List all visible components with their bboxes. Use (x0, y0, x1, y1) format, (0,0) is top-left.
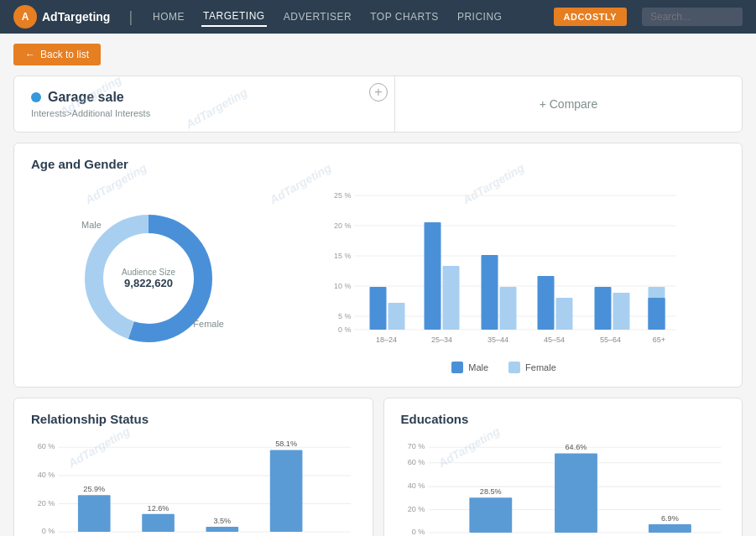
interest-breadcrumb: Interests>Additional Interests (31, 108, 378, 118)
svg-rect-15 (388, 303, 405, 330)
legend-male-box (451, 362, 463, 373)
compare-label: + Compare (540, 97, 598, 111)
interest-card: AdTargeting AdTargeting + Garage sale In… (13, 75, 743, 133)
svg-text:25.9%: 25.9% (83, 485, 105, 493)
nav-home[interactable]: HOME (151, 8, 186, 26)
legend-female: Female (508, 362, 556, 373)
svg-rect-26 (595, 287, 612, 330)
legend-male-label: Male (468, 362, 488, 372)
add-compare-icon[interactable]: + (369, 83, 388, 101)
age-bar-chart: 25 % 20 % 15 % 10 % 5 % 0 % (283, 183, 725, 373)
age-gender-card: Age and Gender AdTargeting AdTargeting A… (13, 143, 743, 388)
back-button[interactable]: ← Back to list (13, 44, 101, 65)
legend-female-label: Female (525, 362, 556, 372)
logo-icon: A (13, 5, 37, 29)
svg-text:5 %: 5 % (338, 312, 352, 320)
svg-text:25–34: 25–34 (431, 336, 452, 344)
svg-text:3.5%: 3.5% (213, 517, 231, 525)
nav-advertiser[interactable]: ADVERTISER (282, 8, 353, 26)
svg-text:12.6%: 12.6% (148, 504, 169, 513)
svg-text:0 %: 0 % (411, 528, 425, 536)
svg-text:20 %: 20 % (38, 499, 55, 507)
svg-text:35–44: 35–44 (487, 336, 508, 344)
main-content: ← Back to list AdTargeting AdTargeting +… (0, 34, 756, 536)
age-gender-title: Age and Gender (31, 157, 725, 171)
svg-rect-14 (370, 287, 387, 330)
educations-svg: 70 % 60 % 40 % 20 % 0 % 28.5% High Schoo… (401, 438, 726, 536)
relationship-card: Relationship Status AdTargeting 60 % 40 … (13, 398, 373, 536)
svg-text:10 %: 10 % (334, 282, 352, 290)
interest-name: Garage sale (48, 90, 124, 105)
svg-rect-24 (556, 298, 573, 330)
svg-text:60 %: 60 % (407, 458, 425, 466)
legend-female-box (508, 362, 520, 373)
back-button-label: Back to list (40, 49, 89, 60)
donut-female-label: Female (193, 319, 224, 329)
back-arrow-icon: ← (25, 49, 35, 60)
svg-text:45–54: 45–54 (544, 336, 565, 344)
donut-chart: Male Audience Size 9,822,620 Female (73, 203, 224, 354)
search-input[interactable] (642, 8, 743, 26)
logo: A AdTargeting (13, 5, 110, 29)
nav-pricing[interactable]: PRICING (456, 8, 504, 26)
bar-legend: Male Female (283, 362, 725, 373)
svg-text:40 %: 40 % (38, 471, 55, 479)
svg-rect-48 (206, 527, 239, 532)
svg-text:55–64: 55–64 (600, 336, 621, 344)
svg-rect-42 (78, 495, 111, 532)
svg-text:0 %: 0 % (338, 325, 352, 334)
interest-left: AdTargeting AdTargeting + Garage sale In… (14, 76, 394, 132)
age-bar-svg: 25 % 20 % 15 % 10 % 5 % 0 % (283, 183, 725, 351)
svg-text:6.9%: 6.9% (660, 514, 678, 523)
interest-title: Garage sale (31, 90, 378, 105)
logo-text: AdTargeting (42, 10, 110, 23)
compare-area[interactable]: + Compare (395, 76, 742, 132)
svg-rect-27 (613, 293, 630, 330)
donut-audience-value: 9,822,620 (122, 277, 175, 289)
donut-male-label: Male (81, 220, 102, 230)
svg-text:65+: 65+ (653, 336, 665, 344)
navbar: A AdTargeting | HOME TARGETING ADVERTISE… (0, 0, 756, 34)
svg-text:0 %: 0 % (42, 527, 55, 535)
educations-card: Educations AdTargeting 70 % 60 % 40 % 20… (383, 398, 743, 536)
relationship-title: Relationship Status (31, 412, 356, 426)
donut-audience-label: Audience Size (122, 268, 175, 277)
svg-rect-67 (555, 453, 597, 533)
adcostly-button[interactable]: ADCOSTLY (554, 8, 628, 26)
nav-targeting[interactable]: TARGETING (201, 7, 267, 27)
svg-text:18–24: 18–24 (376, 336, 397, 344)
svg-text:40 %: 40 % (407, 481, 425, 490)
svg-rect-17 (425, 222, 441, 330)
bottom-row: Relationship Status AdTargeting 60 % 40 … (13, 398, 743, 536)
svg-rect-23 (538, 276, 555, 330)
svg-text:20 %: 20 % (407, 505, 425, 513)
svg-rect-20 (482, 255, 498, 330)
svg-text:60 %: 60 % (38, 442, 55, 450)
svg-text:28.5%: 28.5% (479, 487, 501, 496)
donut-area: Male Audience Size 9,822,620 Female (31, 203, 266, 354)
svg-rect-21 (500, 287, 517, 330)
educations-title: Educations (401, 412, 726, 426)
svg-rect-70 (648, 524, 691, 533)
legend-male: Male (451, 362, 488, 373)
nav-divider: | (128, 8, 133, 26)
donut-label: Audience Size 9,822,620 (122, 268, 175, 289)
svg-text:15 %: 15 % (334, 252, 352, 260)
age-gender-inner: Male Audience Size 9,822,620 Female (31, 183, 725, 373)
svg-text:58.1%: 58.1% (275, 440, 297, 448)
interest-dot (31, 92, 41, 102)
svg-rect-32 (649, 298, 665, 330)
svg-rect-51 (270, 450, 303, 532)
svg-text:70 %: 70 % (407, 442, 425, 450)
svg-rect-18 (443, 266, 460, 330)
relationship-svg: 60 % 40 % 20 % 0 % 25.9% Single 12.6% Re… (31, 438, 356, 536)
svg-text:20 %: 20 % (334, 221, 352, 230)
svg-rect-64 (469, 497, 512, 533)
nav-top-charts[interactable]: TOP CHARTS (368, 8, 441, 26)
svg-text:64.6%: 64.6% (565, 443, 587, 451)
svg-rect-45 (142, 514, 175, 532)
svg-text:25 %: 25 % (334, 191, 352, 200)
